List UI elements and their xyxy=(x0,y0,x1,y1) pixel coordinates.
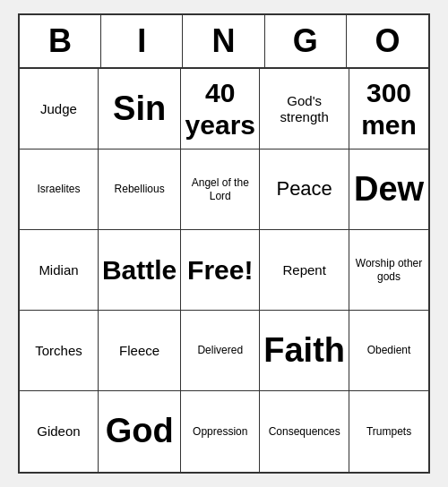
header-letter-i: I xyxy=(101,15,183,67)
bingo-cell-18[interactable]: Faith xyxy=(260,311,349,391)
bingo-cell-23[interactable]: Consequences xyxy=(260,391,349,472)
bingo-cell-7[interactable]: Angel of the Lord xyxy=(181,150,260,230)
bingo-cell-2[interactable]: 40 years xyxy=(181,69,260,150)
cell-text-11: Battle xyxy=(102,254,177,286)
cell-text-2: 40 years xyxy=(185,77,255,141)
bingo-cell-20[interactable]: Gideon xyxy=(20,391,99,472)
cell-text-17: Delivered xyxy=(197,344,243,356)
cell-text-16: Fleece xyxy=(119,343,159,359)
header-letter-n: N xyxy=(183,15,264,67)
cell-text-15: Torches xyxy=(35,343,82,359)
cell-text-5: Israelites xyxy=(37,183,80,195)
cell-text-20: Gideon xyxy=(37,423,80,440)
cell-text-7: Angel of the Lord xyxy=(185,176,255,202)
cell-text-4: 300 men xyxy=(353,77,425,141)
header-letter-o: O xyxy=(347,15,428,67)
cell-text-23: Consequences xyxy=(269,425,340,438)
bingo-cell-17[interactable]: Delivered xyxy=(181,311,260,391)
bingo-cell-5[interactable]: Israelites xyxy=(20,150,99,230)
bingo-cell-24[interactable]: Trumpets xyxy=(349,391,428,472)
cell-text-13: Repent xyxy=(282,262,325,278)
header-letter-g: G xyxy=(265,15,347,67)
cell-text-19: Obedient xyxy=(367,344,411,356)
bingo-cell-22[interactable]: Oppression xyxy=(181,391,260,472)
bingo-cell-13[interactable]: Repent xyxy=(260,230,349,311)
bingo-cell-15[interactable]: Torches xyxy=(20,311,99,391)
cell-text-21: God xyxy=(106,411,174,452)
header-letter-b: B xyxy=(20,15,101,67)
bingo-cell-1[interactable]: Sin xyxy=(99,69,181,150)
cell-text-10: Midian xyxy=(39,262,78,278)
cell-text-3: God's strength xyxy=(263,93,345,125)
cell-text-9: Dew xyxy=(354,169,424,210)
cell-text-12: Free! xyxy=(187,254,253,286)
bingo-grid: JudgeSin40 yearsGod's strength300 menIsr… xyxy=(20,69,428,472)
cell-text-1: Sin xyxy=(113,89,166,130)
bingo-cell-6[interactable]: Rebellious xyxy=(99,150,181,230)
cell-text-22: Oppression xyxy=(193,425,247,438)
bingo-cell-4[interactable]: 300 men xyxy=(349,69,428,150)
bingo-cell-8[interactable]: Peace xyxy=(260,150,349,230)
bingo-cell-19[interactable]: Obedient xyxy=(349,311,428,391)
bingo-cell-11[interactable]: Battle xyxy=(99,230,181,311)
bingo-cell-14[interactable]: Worship other gods xyxy=(349,230,428,311)
bingo-card: BINGO JudgeSin40 yearsGod's strength300 … xyxy=(18,13,430,474)
bingo-cell-3[interactable]: God's strength xyxy=(260,69,349,150)
cell-text-8: Peace xyxy=(276,177,332,201)
bingo-header: BINGO xyxy=(20,15,428,69)
cell-text-14: Worship other gods xyxy=(353,257,425,283)
cell-text-24: Trumpets xyxy=(366,425,411,438)
bingo-cell-16[interactable]: Fleece xyxy=(99,311,181,391)
bingo-cell-10[interactable]: Midian xyxy=(20,230,99,311)
bingo-cell-9[interactable]: Dew xyxy=(349,150,428,230)
bingo-cell-21[interactable]: God xyxy=(99,391,181,472)
cell-text-0: Judge xyxy=(40,101,77,117)
bingo-cell-12[interactable]: Free! xyxy=(181,230,260,311)
bingo-cell-0[interactable]: Judge xyxy=(20,69,99,150)
cell-text-6: Rebellious xyxy=(115,183,165,195)
cell-text-18: Faith xyxy=(263,330,345,372)
